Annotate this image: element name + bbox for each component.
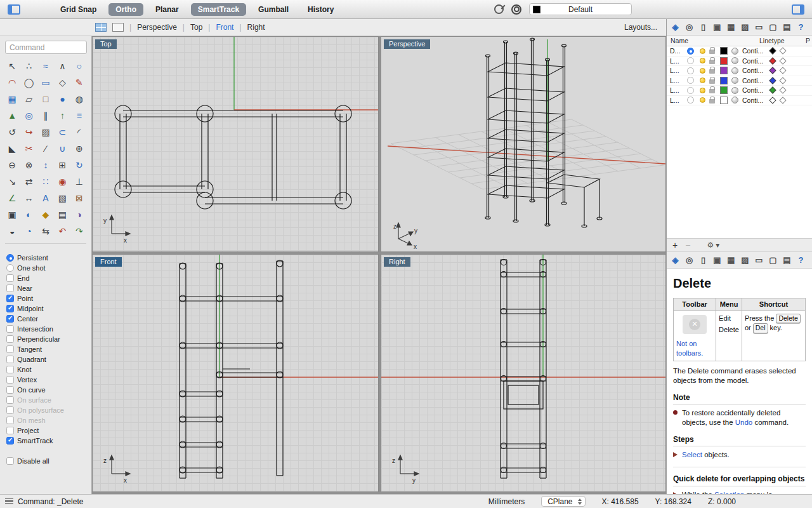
panel-tab-icon[interactable]: ◈ xyxy=(669,21,682,34)
viewport-label[interactable]: Right xyxy=(384,257,410,267)
record-history-icon[interactable] xyxy=(494,4,504,14)
toolbar-icon[interactable]: ○ xyxy=(71,58,88,74)
layer-visibility-bulb-icon[interactable] xyxy=(700,88,705,93)
checkbox-icon[interactable] xyxy=(6,396,14,404)
osnap-checkbox-row[interactable]: Intersection xyxy=(6,324,91,334)
toolbar-icon[interactable]: ● xyxy=(54,91,70,107)
layer-linetype[interactable]: Conti... xyxy=(742,57,769,65)
panel-tab-icon[interactable]: ▣ xyxy=(710,254,724,267)
layer-name[interactable]: L... xyxy=(670,97,687,104)
toolbar-icon[interactable]: ∷ xyxy=(37,173,54,190)
layer-material-icon[interactable] xyxy=(731,77,738,84)
panel-tab-icon[interactable]: ▯ xyxy=(697,21,710,34)
checkbox-icon[interactable] xyxy=(6,345,14,353)
toolbar-icon[interactable]: ◣ xyxy=(4,140,20,157)
add-layer-button[interactable]: + xyxy=(672,240,678,250)
toolbar-icon[interactable]: □ xyxy=(37,91,54,107)
toolbar-icon[interactable]: ⇄ xyxy=(20,173,37,190)
layer-row[interactable]: L... Conti... xyxy=(667,76,812,86)
toolbar-icon[interactable]: ✎ xyxy=(71,74,88,91)
layer-print-width[interactable] xyxy=(779,77,786,84)
osnap-checkbox-row[interactable]: On curve xyxy=(6,385,91,395)
checkbox-icon[interactable] xyxy=(6,315,14,323)
layouts-button[interactable]: Layouts... xyxy=(624,23,666,32)
toolbar-icon[interactable]: ∪ xyxy=(54,140,70,157)
panel-tab-icon[interactable]: ◎ xyxy=(683,21,696,34)
sidebar-toggle-icon[interactable] xyxy=(8,4,20,15)
osnap-checkbox-row[interactable]: Perpendicular xyxy=(6,334,91,344)
checkbox-icon[interactable] xyxy=(6,376,14,384)
osnap-radio-row[interactable]: Persistent xyxy=(6,253,91,263)
toolbar-icon[interactable]: ▲ xyxy=(4,107,20,124)
toolbar-icon[interactable]: ▧ xyxy=(54,190,70,206)
layer-linetype[interactable]: Conti... xyxy=(742,97,769,104)
toolbar-icon[interactable]: ▱ xyxy=(20,91,37,107)
layer-print-width[interactable] xyxy=(779,48,786,55)
viewport-top[interactable]: y x Top xyxy=(92,36,379,252)
checkbox-icon[interactable] xyxy=(6,427,14,434)
disable-all-checkbox[interactable]: Disable all xyxy=(6,456,91,466)
panel-tab-icon[interactable]: ? xyxy=(794,254,808,267)
checkbox-icon[interactable] xyxy=(6,305,14,312)
layer-print-color[interactable] xyxy=(769,97,776,104)
osnap-checkbox-row[interactable]: On mesh xyxy=(6,415,91,425)
osnap-checkbox-row[interactable]: Midpoint xyxy=(6,304,91,314)
menubar-toggle[interactable]: SmartTrack xyxy=(191,3,246,16)
osnap-checkbox-row[interactable]: On surface xyxy=(6,395,91,405)
toolbar-icon[interactable]: ⊥ xyxy=(71,173,88,190)
layer-color-swatch[interactable] xyxy=(720,47,728,55)
layer-lock-icon[interactable] xyxy=(709,50,715,54)
layer-visibility-bulb-icon[interactable] xyxy=(700,48,705,54)
panel-tab-icon[interactable]: ▦ xyxy=(724,21,738,34)
layer-print-color[interactable] xyxy=(769,67,776,74)
checkbox-icon[interactable] xyxy=(6,284,14,292)
layer-color-swatch[interactable] xyxy=(720,86,728,94)
toolbar-icon[interactable]: ◆ xyxy=(37,206,54,223)
toolbar-icon[interactable]: A xyxy=(37,190,54,206)
layer-print-color[interactable] xyxy=(769,57,776,64)
toolbar-icon[interactable]: ▭ xyxy=(37,74,54,91)
toolbar-icon[interactable]: ↪ xyxy=(20,124,37,140)
viewport-label[interactable]: Top xyxy=(95,39,117,49)
toolbar-icon[interactable]: ⊂ xyxy=(54,124,70,140)
toolbar-icon[interactable]: ◇ xyxy=(54,74,70,91)
current-layer-radio[interactable] xyxy=(687,77,694,84)
viewport-tab[interactable]: Perspective xyxy=(137,23,177,32)
panel-tab-icon[interactable]: ▭ xyxy=(752,254,766,267)
toolbar-icon[interactable]: ∧ xyxy=(54,58,70,74)
layer-lock-icon[interactable] xyxy=(709,69,715,74)
viewport-tab[interactable]: Front xyxy=(216,23,233,32)
viewport-perspective[interactable]: z y x Perspective xyxy=(381,36,666,252)
four-viewport-icon[interactable] xyxy=(95,23,107,32)
toolbar-icon[interactable]: ▨ xyxy=(37,124,54,140)
viewport-tab[interactable]: Right xyxy=(247,23,265,32)
layer-print-color[interactable] xyxy=(769,87,776,94)
layer-print-color[interactable] xyxy=(769,77,776,84)
menubar-toggle[interactable]: Grid Snap xyxy=(53,3,103,16)
checkbox-icon[interactable] xyxy=(6,417,14,424)
toolbar-icon[interactable]: ⊞ xyxy=(54,157,70,173)
layer-name[interactable]: D... xyxy=(670,47,687,55)
checkbox-icon[interactable] xyxy=(6,406,14,414)
layer-lock-icon[interactable] xyxy=(709,60,715,64)
toolbar-icon[interactable]: ∠ xyxy=(4,190,20,206)
layer-name[interactable]: L... xyxy=(670,67,687,74)
layer-row[interactable]: L... Conti... xyxy=(667,66,812,76)
menubar-toggle[interactable]: Planar xyxy=(148,3,186,16)
menubar-toggle[interactable]: Ortho xyxy=(108,3,143,16)
column-header-name[interactable]: Name xyxy=(671,37,688,44)
cplane-selector[interactable]: CPlane xyxy=(541,496,585,507)
viewport-tab[interactable]: Top xyxy=(190,23,202,32)
undo-link[interactable]: Undo xyxy=(735,418,753,426)
layer-color-swatch[interactable] xyxy=(720,97,728,104)
units-label[interactable]: Millimeters xyxy=(488,497,525,506)
layer-settings-button[interactable]: ⚙ ▾ xyxy=(707,241,719,250)
checkbox-icon[interactable] xyxy=(6,335,14,343)
column-header-linetype[interactable]: Linetype xyxy=(759,37,785,44)
toolbar-icon[interactable]: ◎ xyxy=(20,107,37,124)
panel-tab-icon[interactable]: ▢ xyxy=(766,254,780,267)
layer-print-width[interactable] xyxy=(779,87,786,94)
column-header-print[interactable]: P xyxy=(806,37,810,44)
toolbar-icon[interactable]: ◔ xyxy=(20,223,37,239)
panel-tab-icon[interactable]: ▤ xyxy=(780,21,794,34)
